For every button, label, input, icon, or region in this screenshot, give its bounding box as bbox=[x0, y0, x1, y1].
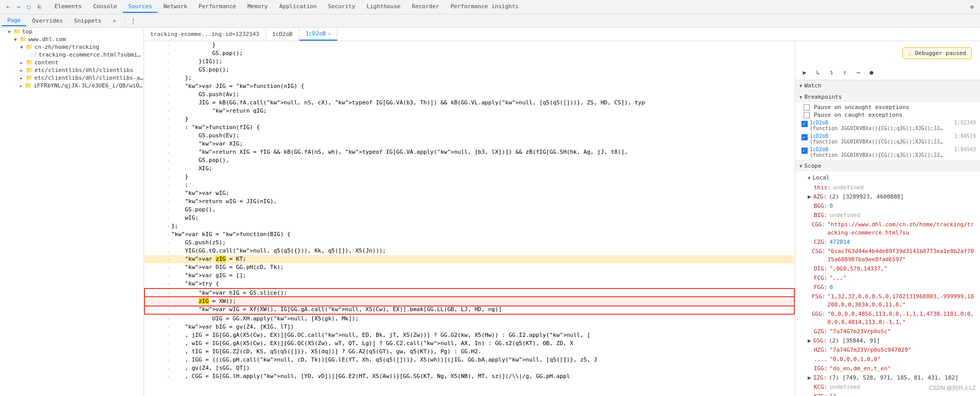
file-tab-tracking[interactable]: tracking-ecomme...ing-id=1232343 bbox=[144, 28, 266, 41]
line-number bbox=[145, 74, 165, 82]
table-row: - , CGG = IG[GG.lH.apply("kw">null, [YD,… bbox=[145, 372, 794, 381]
watermark: CSDN @同外人LZ bbox=[929, 384, 976, 392]
step-into-button[interactable]: ↴ bbox=[826, 67, 836, 78]
tree-item[interactable]: 📄tracking-ecommerce.html?submit=1&trac bbox=[0, 51, 144, 59]
tab-memory[interactable]: Memory bbox=[242, 1, 273, 13]
file-tab-1cd2ob-1[interactable]: 1cD2oB bbox=[266, 28, 299, 41]
line-content: "kw">return wIG = JIG(nIG), bbox=[171, 197, 794, 206]
line-diff: - bbox=[165, 247, 171, 255]
file-tabs-row: tracking-ecomme...ing-id=1232343 1cD2oB … bbox=[144, 28, 980, 41]
tree-item[interactable]: ►📁etc/clientlibs/dhl/clientlibs bbox=[0, 66, 144, 74]
line-diff: - bbox=[165, 255, 171, 263]
table-row: - "kw">var wIG; bbox=[145, 189, 794, 197]
device-icon[interactable]: ⎗ bbox=[35, 3, 43, 11]
line-content: ; bbox=[171, 181, 794, 189]
tab-overrides[interactable]: Overrides bbox=[27, 16, 68, 26]
table-row: - wIG; bbox=[145, 214, 794, 222]
scope-expand-icon[interactable]: ▶ bbox=[808, 193, 811, 201]
step-out-button[interactable]: ↑ bbox=[840, 67, 850, 78]
scope-var-key: BIG: bbox=[814, 211, 828, 220]
line-number bbox=[145, 255, 165, 263]
line-number bbox=[145, 247, 165, 255]
pause-caught-checkbox[interactable] bbox=[804, 112, 810, 118]
tab-console[interactable]: Console bbox=[88, 1, 122, 13]
resume-button[interactable]: ▶ bbox=[799, 67, 810, 78]
debug-controls: ▶ ↳ ↴ ↑ → ● bbox=[795, 65, 980, 80]
line-content: , IGG = (((GG.pH.call("kw">null, cD, Tk)… bbox=[171, 356, 794, 364]
left-icons: ← → □ ⎗ bbox=[4, 3, 43, 11]
scope-var-value: "do_en,dm_en,t_en" bbox=[830, 365, 891, 373]
table-row: - , jIG = IG[GG.gA(X5(Cw), EX)][GG.OC.ca… bbox=[145, 331, 794, 339]
folder-icon: 📁 bbox=[26, 44, 33, 50]
scope-header[interactable]: ▼ Scope bbox=[795, 160, 980, 171]
breakpoint-item[interactable]: 1cD2oB(function JGG0IKVBXx(){CG();qJG();… bbox=[799, 119, 976, 132]
back-icon[interactable]: ← bbox=[4, 3, 12, 11]
line-number bbox=[145, 280, 165, 289]
tree-arrow-down: ▼ bbox=[12, 37, 19, 43]
breakpoint-checkbox[interactable] bbox=[801, 148, 808, 154]
tree-item-label: cn-zh/home/tracking bbox=[34, 44, 99, 50]
tree-item[interactable]: ►📁iFFRbYNL/qjJX-3L/e3UE6_i/QB/wiOmhNcDp bbox=[0, 82, 144, 89]
line-content: GS.pop(); bbox=[171, 49, 794, 58]
tab-application[interactable]: Application bbox=[274, 1, 322, 13]
line-diff: - bbox=[165, 289, 171, 297]
breakpoint-checkbox[interactable] bbox=[801, 134, 808, 140]
breakpoint-label: 1cD2oB(function JGG0IKVBXx(){CG();qJG();… bbox=[810, 147, 950, 158]
tree-item[interactable]: ▼📁top bbox=[0, 28, 144, 35]
settings-icon[interactable]: ⚙ bbox=[968, 3, 976, 11]
pause-uncaught-option[interactable]: Pause on uncaught exceptions bbox=[799, 103, 976, 111]
tab-network[interactable]: Network bbox=[158, 1, 192, 13]
file-tab-1cd2ob-2[interactable]: 1cD2oB ✕ bbox=[299, 28, 338, 41]
breakpoint-checkbox[interactable] bbox=[801, 121, 808, 127]
watch-arrow: ▼ bbox=[799, 83, 802, 88]
line-content: "kw">var gIG = []; bbox=[171, 272, 794, 280]
tab-more[interactable]: » bbox=[108, 16, 121, 26]
tab-recorder[interactable]: Recorder bbox=[407, 1, 444, 13]
scope-var-item: FGG:0 bbox=[808, 283, 976, 292]
tab-sources[interactable]: Sources bbox=[123, 1, 157, 13]
line-content: , gv(Z4, [sGG, QT]) bbox=[171, 364, 794, 372]
tab-page[interactable]: Page bbox=[2, 15, 26, 26]
step-over-button[interactable]: ↳ bbox=[813, 67, 823, 78]
new-snippet-icon[interactable]: ⋮ bbox=[128, 16, 138, 26]
local-label: Local bbox=[812, 174, 829, 181]
scope-var-value: "1,32,32,0,0,0,5,0,1702131968803,-999999… bbox=[827, 293, 976, 309]
tree-item[interactable]: ▼📁www.dhl.com bbox=[0, 35, 144, 43]
step-button[interactable]: → bbox=[853, 67, 863, 78]
line-diff: - bbox=[165, 222, 171, 230]
line-diff: - bbox=[165, 214, 171, 222]
scope-var-item: FSG:"1,32,32,0,0,0,5,0,1702131968803,-99… bbox=[808, 292, 976, 310]
line-content: }; bbox=[171, 74, 794, 82]
watch-header[interactable]: ▼ Watch bbox=[795, 80, 980, 91]
pause-uncaught-checkbox[interactable] bbox=[804, 104, 810, 111]
tree-item[interactable]: ►📁etc/clientlibs/dhl/clientlibs-all bbox=[0, 74, 144, 82]
tab-snippets[interactable]: Snippets bbox=[69, 16, 106, 26]
scope-var-item: ...."0,0,0,0,1,0,0" bbox=[808, 355, 976, 364]
local-header[interactable]: ▼ Local bbox=[799, 172, 976, 183]
close-tab-icon[interactable]: ✕ bbox=[328, 31, 331, 37]
tree-item[interactable]: ▼📁cn-zh/home/tracking bbox=[0, 43, 144, 51]
panel-tabs: Elements Console Sources Network Perform… bbox=[49, 1, 961, 13]
line-number bbox=[145, 331, 165, 339]
main-area: ▼📁top▼📁www.dhl.com▼📁cn-zh/home/tracking📄… bbox=[0, 28, 980, 396]
tree-item[interactable]: ►📁content bbox=[0, 59, 144, 66]
forward-icon[interactable]: → bbox=[14, 3, 23, 11]
pause-caught-option[interactable]: Pause on caught exceptions bbox=[799, 111, 976, 119]
tab-performance[interactable]: Performance bbox=[193, 1, 241, 13]
scope-var-item: FCG:",,," bbox=[808, 274, 976, 283]
sources-subtoolbar: Page Overrides Snippets » ⋮ bbox=[0, 14, 980, 28]
breakpoint-item[interactable]: 1cD2oB(function JGG0IKVBXx(){CG();qJG();… bbox=[799, 132, 976, 146]
breakpoints-header[interactable]: ▼ Breakpoints bbox=[795, 92, 980, 102]
scope-expand-icon[interactable]: ▶ bbox=[808, 337, 811, 345]
tab-performance-insights[interactable]: Performance insights bbox=[446, 1, 524, 13]
deactivate-button[interactable]: ● bbox=[866, 67, 877, 78]
tab-elements[interactable]: Elements bbox=[49, 1, 87, 13]
inspect-icon[interactable]: □ bbox=[25, 3, 33, 11]
line-diff: - bbox=[165, 372, 171, 381]
scope-expand-icon[interactable]: ▶ bbox=[808, 374, 811, 382]
folder-icon: 📁 bbox=[26, 75, 33, 81]
tab-security[interactable]: Security bbox=[323, 1, 361, 13]
tab-lighthouse[interactable]: Lighthouse bbox=[362, 1, 406, 13]
scope-var-item: IGG:"do_en,dm_en,t_en" bbox=[808, 364, 976, 373]
breakpoint-item[interactable]: 1cD2oB(function JGG0IKVBXx(){CG();qJG();… bbox=[799, 146, 976, 159]
